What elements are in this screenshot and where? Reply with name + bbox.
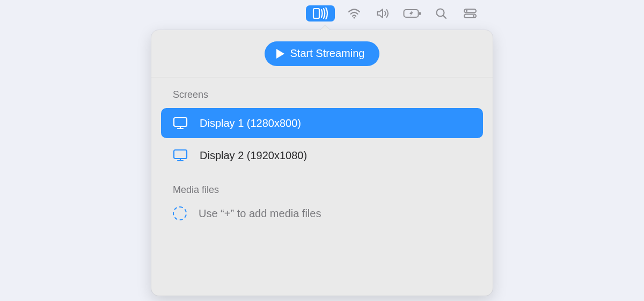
search-icon[interactable]	[431, 5, 451, 22]
screen-item-display-1[interactable]: Display 1 (1280x800)	[161, 108, 483, 138]
start-streaming-label: Start Streaming	[290, 47, 365, 60]
battery-icon[interactable]	[402, 5, 422, 22]
svg-rect-0	[313, 9, 319, 18]
screen-item-label: Display 2 (1920x1080)	[200, 149, 307, 162]
media-placeholder-row[interactable]: Use “+” to add media files	[161, 203, 483, 224]
streaming-popover: Start Streaming Screens Display 1 (1280x…	[151, 30, 493, 296]
screen-item-label: Display 1 (1280x800)	[200, 117, 301, 130]
svg-rect-3	[419, 12, 421, 15]
control-center-icon[interactable]	[460, 5, 480, 22]
wifi-icon[interactable]	[345, 5, 364, 22]
media-section-label: Media files	[161, 173, 483, 203]
display-icon	[173, 149, 188, 162]
screens-section-label: Screens	[161, 77, 483, 108]
svg-point-9	[473, 15, 474, 17]
popover-header: Start Streaming	[151, 30, 493, 77]
add-placeholder-icon	[173, 206, 187, 220]
volume-icon[interactable]	[374, 5, 393, 22]
media-placeholder-text: Use “+” to add media files	[199, 207, 321, 220]
svg-rect-10	[174, 118, 187, 126]
play-icon	[275, 48, 285, 59]
display-icon	[173, 117, 188, 130]
start-streaming-button[interactable]: Start Streaming	[265, 41, 380, 66]
svg-point-1	[353, 17, 355, 18]
screens-section: Screens Display 1 (1280x800) Display 2 (…	[151, 77, 493, 170]
screen-item-display-2[interactable]: Display 2 (1920x1080)	[161, 140, 483, 170]
svg-point-7	[466, 10, 467, 12]
cast-icon[interactable]	[306, 5, 335, 22]
svg-line-5	[443, 16, 446, 18]
menubar	[0, 5, 644, 22]
media-section: Media files Use “+” to add media files	[151, 173, 493, 224]
svg-rect-13	[174, 150, 187, 159]
